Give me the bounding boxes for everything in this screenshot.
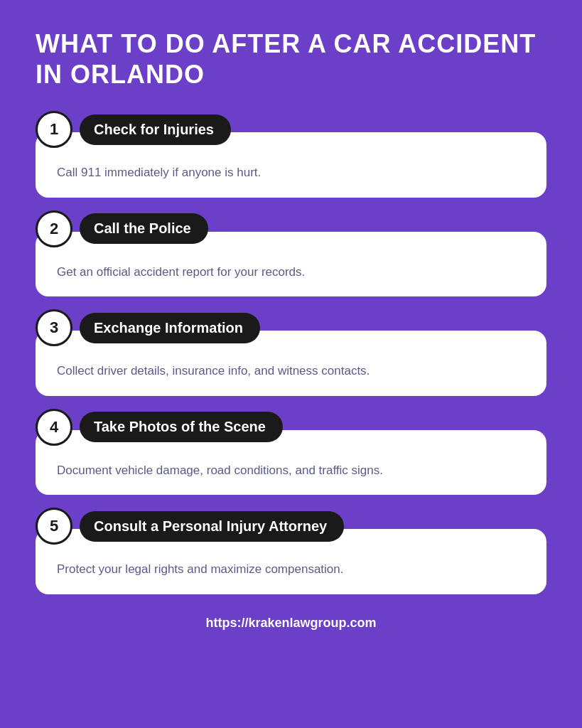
step-5: 5 Consult a Personal Injury Attorney Pro… [36, 508, 546, 594]
step-1: 1 Check for Injuries Call 911 immediatel… [36, 111, 546, 198]
step-description-4: Document vehicle damage, road conditions… [57, 456, 525, 480]
step-number-2: 2 [36, 210, 72, 247]
step-3: 3 Exchange Information Collect driver de… [36, 309, 546, 396]
step-header-3: 3 Exchange Information [36, 309, 546, 346]
step-title-5: Consult a Personal Injury Attorney [80, 511, 344, 542]
step-4: 4 Take Photos of the Scene Document vehi… [36, 409, 546, 496]
step-number-1: 1 [36, 111, 72, 148]
step-header-2: 2 Call the Police [36, 210, 546, 247]
step-header-4: 4 Take Photos of the Scene [36, 409, 546, 446]
title-line1: WHAT TO DO AFTER A CAR ACCIDENT [36, 28, 546, 59]
steps-container: 1 Check for Injuries Call 911 immediatel… [36, 111, 546, 594]
step-description-1: Call 911 immediately if anyone is hurt. [57, 158, 525, 182]
step-number-5: 5 [36, 508, 72, 545]
step-header-1: 1 Check for Injuries [36, 111, 546, 148]
step-title-2: Call the Police [80, 213, 208, 244]
step-number-4: 4 [36, 409, 72, 446]
step-description-5: Protect your legal rights and maximize c… [57, 555, 525, 579]
step-2: 2 Call the Police Get an official accide… [36, 210, 546, 297]
step-description-2: Get an official accident report for your… [57, 257, 525, 282]
title-line2: IN ORLANDO [36, 59, 546, 90]
step-title-3: Exchange Information [80, 313, 260, 343]
step-description-3: Collect driver details, insurance info, … [57, 356, 525, 380]
step-title-1: Check for Injuries [80, 114, 231, 145]
step-header-5: 5 Consult a Personal Injury Attorney [36, 508, 546, 545]
footer-url: https://krakenlawgroup.com [205, 616, 376, 631]
page-title: WHAT TO DO AFTER A CAR ACCIDENT IN ORLAN… [36, 28, 546, 90]
step-title-4: Take Photos of the Scene [80, 412, 283, 442]
step-number-3: 3 [36, 309, 72, 346]
